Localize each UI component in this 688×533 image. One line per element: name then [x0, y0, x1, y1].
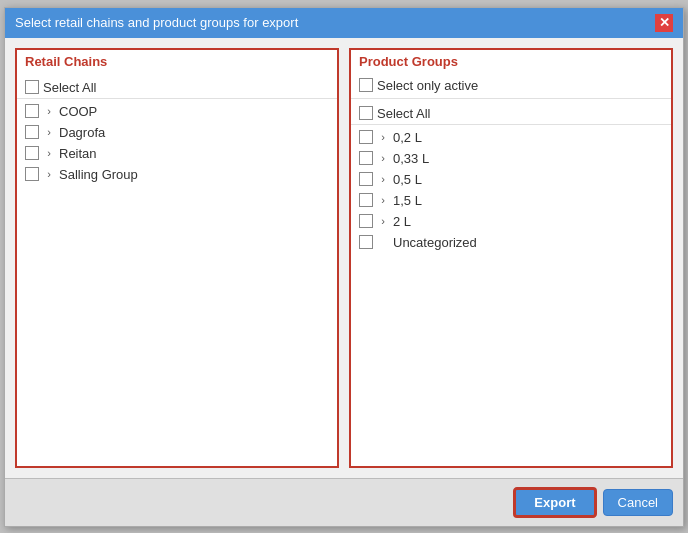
export-button[interactable]: Export [513, 487, 596, 518]
list-item[interactable]: Uncategorized [351, 232, 671, 253]
retail-chains-select-all-checkbox[interactable] [25, 80, 39, 94]
retail-chains-content: Select All › COOP › Dagrofa › Reitan [17, 73, 337, 466]
15l-label: 1,5 L [393, 193, 422, 208]
033l-label: 0,33 L [393, 151, 429, 166]
dagrofa-label: Dagrofa [59, 125, 105, 140]
salling-checkbox[interactable] [25, 167, 39, 181]
dialog-footer: Export Cancel [5, 478, 683, 526]
reitan-label: Reitan [59, 146, 97, 161]
list-item[interactable]: › COOP [17, 101, 337, 122]
list-item[interactable]: › Salling Group [17, 164, 337, 185]
2l-chevron-icon[interactable]: › [377, 215, 389, 227]
dialog: Select retail chains and product groups … [4, 7, 684, 527]
dialog-header: Select retail chains and product groups … [5, 8, 683, 38]
dialog-title: Select retail chains and product groups … [15, 15, 298, 30]
reitan-checkbox[interactable] [25, 146, 39, 160]
dagrofa-checkbox[interactable] [25, 125, 39, 139]
reitan-chevron-icon[interactable]: › [43, 147, 55, 159]
retail-chains-panel: Retail Chains Select All › COOP › Dagrof… [15, 48, 339, 468]
033l-checkbox[interactable] [359, 151, 373, 165]
select-only-active-checkbox[interactable] [359, 78, 373, 92]
product-groups-select-all-checkbox[interactable] [359, 106, 373, 120]
02l-label: 0,2 L [393, 130, 422, 145]
02l-checkbox[interactable] [359, 130, 373, 144]
coop-checkbox[interactable] [25, 104, 39, 118]
list-item[interactable]: › 1,5 L [351, 190, 671, 211]
dialog-body: Retail Chains Select All › COOP › Dagrof… [5, 38, 683, 478]
05l-checkbox[interactable] [359, 172, 373, 186]
uncategorized-checkbox[interactable] [359, 235, 373, 249]
033l-chevron-icon[interactable]: › [377, 152, 389, 164]
select-only-active-row[interactable]: Select only active [351, 73, 671, 99]
product-groups-title: Product Groups [351, 50, 671, 73]
dagrofa-chevron-icon[interactable]: › [43, 126, 55, 138]
list-item[interactable]: › 2 L [351, 211, 671, 232]
02l-chevron-icon[interactable]: › [377, 131, 389, 143]
2l-checkbox[interactable] [359, 214, 373, 228]
list-item[interactable]: › 0,33 L [351, 148, 671, 169]
list-item[interactable]: › Reitan [17, 143, 337, 164]
retail-chains-select-all-row[interactable]: Select All [17, 77, 337, 99]
15l-chevron-icon[interactable]: › [377, 194, 389, 206]
list-item[interactable]: › 0,5 L [351, 169, 671, 190]
05l-chevron-icon[interactable]: › [377, 173, 389, 185]
list-item[interactable]: › 0,2 L [351, 127, 671, 148]
product-groups-select-all-row[interactable]: Select All [351, 103, 671, 125]
close-button[interactable]: ✕ [655, 14, 673, 32]
retail-chains-select-all-label: Select All [43, 80, 96, 95]
salling-label: Salling Group [59, 167, 138, 182]
list-item[interactable]: › Dagrofa [17, 122, 337, 143]
15l-checkbox[interactable] [359, 193, 373, 207]
retail-chains-title: Retail Chains [17, 50, 337, 73]
2l-label: 2 L [393, 214, 411, 229]
05l-label: 0,5 L [393, 172, 422, 187]
salling-chevron-icon[interactable]: › [43, 168, 55, 180]
select-only-active-label: Select only active [377, 78, 478, 93]
cancel-button[interactable]: Cancel [603, 489, 673, 516]
product-groups-select-all-label: Select All [377, 106, 430, 121]
uncategorized-label: Uncategorized [393, 235, 477, 250]
coop-chevron-icon[interactable]: › [43, 105, 55, 117]
product-groups-panel: Product Groups Select only active Select… [349, 48, 673, 468]
product-groups-content: Select All › 0,2 L › 0,33 L › 0,5 L [351, 99, 671, 466]
coop-label: COOP [59, 104, 97, 119]
